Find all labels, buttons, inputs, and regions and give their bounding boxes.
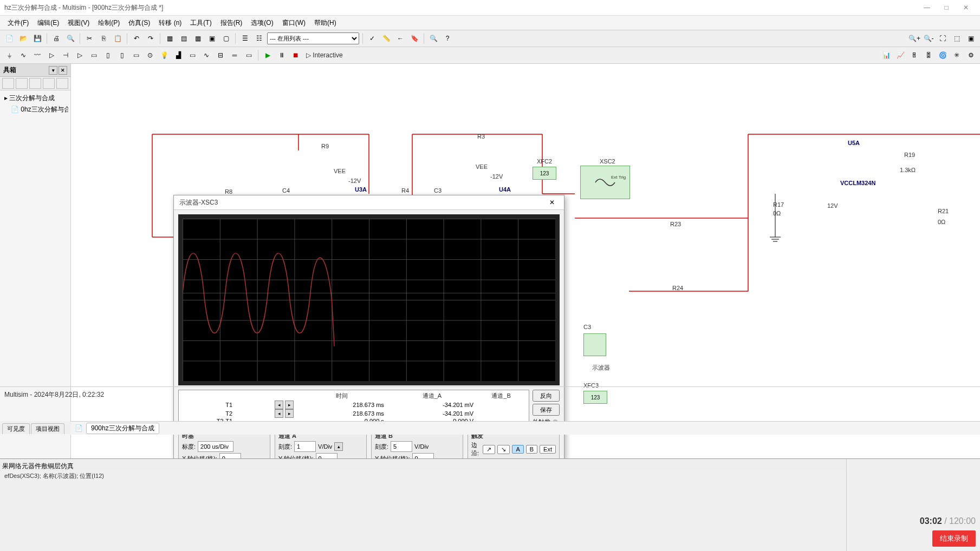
cut-icon[interactable]: ✂: [83, 32, 95, 44]
sb-tool1-icon[interactable]: [2, 78, 14, 89]
scope-component[interactable]: [583, 333, 606, 356]
inst2-icon[interactable]: 📈: [894, 49, 906, 61]
ttl-icon[interactable]: ▯: [102, 49, 114, 61]
menu-options[interactable]: 选项(O): [246, 18, 277, 28]
ref-R4: R4: [401, 187, 409, 194]
bus-icon[interactable]: ═: [229, 49, 241, 61]
menu-transfer[interactable]: 转移 (n): [154, 18, 186, 28]
menu-simulate[interactable]: 仿真(S): [124, 18, 154, 28]
sb-tool3-icon[interactable]: [29, 78, 41, 89]
inst6-icon[interactable]: ✳: [951, 49, 963, 61]
menu-file[interactable]: 文件(F): [3, 18, 33, 28]
btab-copper[interactable]: 敷铜层: [41, 462, 61, 471]
inst5-icon[interactable]: 🌀: [937, 49, 949, 61]
tool2-icon[interactable]: ☷: [253, 32, 265, 44]
maximize-button[interactable]: □: [937, 2, 956, 13]
power-icon[interactable]: ▟: [172, 49, 184, 61]
transistor-icon[interactable]: ⊣: [60, 49, 72, 61]
zoomin-icon[interactable]: 🔍+: [908, 32, 920, 44]
scope-screen[interactable]: [178, 214, 560, 385]
probe-icon[interactable]: ✓: [366, 32, 378, 44]
btab-result[interactable]: 果: [2, 462, 9, 471]
print-icon[interactable]: 🖨: [50, 32, 62, 44]
ref-VCC-U5: VCCLM324N: [840, 180, 875, 186]
sheet-icon[interactable]: ▦: [164, 32, 176, 44]
indicator-icon[interactable]: 💡: [158, 49, 170, 61]
ic-icon[interactable]: ▭: [88, 49, 100, 61]
spreadsheet-icon[interactable]: ▤: [178, 32, 190, 44]
open-icon[interactable]: 📂: [17, 32, 29, 44]
source-icon[interactable]: ∿: [17, 49, 29, 61]
btab-components[interactable]: 元器件: [22, 462, 41, 471]
btab-network[interactable]: 网络: [9, 462, 22, 471]
find-icon[interactable]: 🔍: [427, 32, 439, 44]
ref-R19v: 1.3kΩ: [900, 167, 916, 173]
preview-icon[interactable]: 🔍: [64, 32, 76, 44]
zoomfit-icon[interactable]: ⛶: [937, 32, 949, 44]
window-title: hz三次分解与合成 - Multisim - [900hz三次分解与合成 *]: [4, 3, 917, 12]
stop-recording-button[interactable]: 结束录制: [932, 530, 976, 547]
tree-item-design[interactable]: 📄 0hz三次分解与合成: [2, 104, 68, 115]
menu-view[interactable]: 视图(V): [63, 18, 94, 28]
tool-icon[interactable]: ☰: [239, 32, 251, 44]
bookmark-icon[interactable]: 🔖: [408, 32, 420, 44]
ref-R21v: 0Ω: [938, 219, 945, 225]
rf-icon[interactable]: ∿: [200, 49, 212, 61]
help-icon[interactable]: ?: [442, 32, 453, 44]
sidebar-close-icon[interactable]: ✕: [59, 66, 67, 75]
hier-icon[interactable]: ▭: [243, 49, 255, 61]
recording-timecode: 03:02 / 120:00: [920, 516, 976, 526]
btab-simulation[interactable]: 仿真: [61, 462, 74, 471]
measure-icon[interactable]: 📏: [380, 32, 392, 44]
menu-tools[interactable]: 工具(T): [186, 18, 216, 28]
zoomarea-icon[interactable]: ⬚: [951, 32, 963, 44]
electro-icon[interactable]: ⊟: [215, 49, 226, 61]
pause-icon[interactable]: ⏸: [276, 49, 288, 61]
save-icon[interactable]: 💾: [31, 32, 43, 44]
scope-close-icon[interactable]: ✕: [546, 198, 559, 207]
grid-icon[interactable]: ▦: [192, 32, 204, 44]
ground-icon[interactable]: ⏚: [3, 49, 15, 61]
misc-icon[interactable]: ▭: [130, 49, 142, 61]
ref-C3: C3: [434, 187, 442, 194]
window-icon[interactable]: ▢: [220, 32, 232, 44]
new-icon[interactable]: 📄: [3, 32, 15, 44]
inst7-icon[interactable]: ⚙: [965, 49, 977, 61]
connector-icon[interactable]: ⊙: [144, 49, 156, 61]
copy-icon[interactable]: ⎘: [98, 32, 109, 44]
db-icon[interactable]: ▣: [206, 32, 218, 44]
paste-icon[interactable]: 📋: [112, 32, 124, 44]
diode-icon[interactable]: ▷: [46, 49, 57, 61]
zoomout-icon[interactable]: 🔍-: [923, 32, 934, 44]
inst1-icon[interactable]: 📊: [880, 49, 892, 61]
undo-icon[interactable]: ↶: [131, 32, 142, 44]
sidebar-pin-icon[interactable]: ▾: [49, 66, 57, 75]
sb-tool2-icon[interactable]: [16, 78, 28, 89]
cmos-icon[interactable]: ▯: [116, 49, 128, 61]
inst4-icon[interactable]: 🎛: [923, 49, 934, 61]
menu-edit[interactable]: 编辑(E): [33, 18, 63, 28]
ref-exttrig: Ext Trig: [611, 175, 626, 180]
stop-icon[interactable]: ⏹: [290, 49, 302, 61]
fullscreen-icon[interactable]: ▣: [965, 32, 977, 44]
close-button[interactable]: ✕: [956, 2, 976, 13]
menu-draw[interactable]: 绘制(P): [94, 18, 124, 28]
run-icon[interactable]: ▶: [262, 49, 274, 61]
back-icon[interactable]: ←: [394, 32, 406, 44]
opamp-icon[interactable]: ▷: [74, 49, 86, 61]
resistor-icon[interactable]: 〰: [31, 49, 43, 61]
tree-root[interactable]: ▸ 三次分解与合成: [2, 93, 68, 104]
xfc2-box[interactable]: 123: [533, 167, 556, 180]
menu-reports[interactable]: 报告(R): [216, 18, 247, 28]
component-list-select[interactable]: --- 在用列表 ---: [267, 32, 359, 44]
sb-tool5-icon[interactable]: [56, 78, 68, 89]
minimize-button[interactable]: —: [917, 2, 937, 13]
ref-R21: R21: [938, 208, 949, 214]
menu-window[interactable]: 窗口(W): [278, 18, 310, 28]
inst3-icon[interactable]: 🎚: [908, 49, 920, 61]
sb-tool4-icon[interactable]: [43, 78, 55, 89]
redo-icon[interactable]: ↷: [145, 32, 157, 44]
menu-help[interactable]: 帮助(H): [310, 18, 341, 28]
xsc2-box[interactable]: [580, 166, 630, 199]
misc2-icon[interactable]: ▭: [186, 49, 198, 61]
